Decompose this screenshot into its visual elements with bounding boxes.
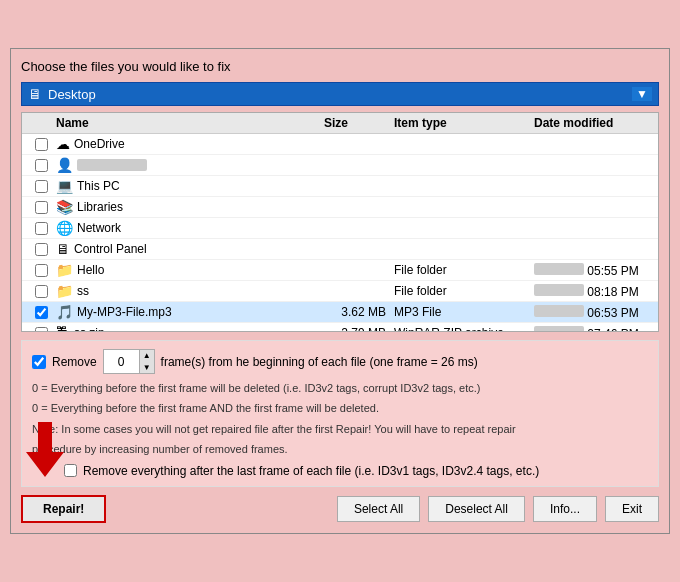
row-checkbox-cell[interactable] — [26, 138, 56, 151]
libraries-icon: 📚 — [56, 199, 73, 215]
deselect-all-button[interactable]: Deselect All — [428, 496, 525, 522]
row-name-cell: 💻This PC — [56, 178, 324, 194]
row-name: ss — [77, 284, 89, 298]
row-type: File folder — [394, 263, 534, 277]
controlpanel-icon: 🖥 — [56, 241, 70, 257]
remove-last-checkbox[interactable] — [64, 464, 77, 477]
info-line-1: 0 = Everything before the first frame wi… — [32, 380, 648, 397]
zip-icon: 🗜 — [56, 325, 70, 332]
row-checkbox[interactable] — [35, 306, 48, 319]
spin-down-button[interactable]: ▼ — [140, 362, 154, 373]
row-checkbox[interactable] — [35, 243, 48, 256]
row-name-cell: 👤 — [56, 157, 324, 173]
row-name: Libraries — [77, 200, 123, 214]
remove-label: Remove — [52, 355, 97, 369]
row-name-cell: 🎵My-MP3-File.mp3 — [56, 304, 324, 320]
row-date: 05:55 PM — [534, 263, 654, 278]
header-size: Size — [324, 116, 394, 130]
date-blurred — [534, 305, 584, 317]
row-type: File folder — [394, 284, 534, 298]
row-date: 06:53 PM — [534, 305, 654, 320]
red-arrow-icon — [26, 422, 64, 477]
row-name: Control Panel — [74, 242, 147, 256]
row-name-cell: 🌐Network — [56, 220, 324, 236]
header-name: Name — [56, 116, 324, 130]
table-row: 💻This PC — [22, 176, 658, 197]
row-name: Network — [77, 221, 121, 235]
row-checkbox-cell[interactable] — [26, 222, 56, 235]
header-check — [26, 116, 56, 130]
dialog-title: Choose the files you would like to fix — [21, 59, 659, 74]
info-line-2: 0 = Everything before the first frame AN… — [32, 400, 648, 417]
row-checkbox-cell[interactable] — [26, 180, 56, 193]
row-checkbox[interactable] — [35, 222, 48, 235]
file-list-header: Name Size Item type Date modified — [22, 113, 658, 134]
row-checkbox-cell[interactable] — [26, 243, 56, 256]
network-icon: 🌐 — [56, 220, 73, 236]
date-blurred — [534, 284, 584, 296]
row-checkbox[interactable] — [35, 201, 48, 214]
header-type: Item type — [394, 116, 534, 130]
thispc-icon: 💻 — [56, 178, 73, 194]
user-icon: 👤 — [56, 157, 73, 173]
table-row: 🎵My-MP3-File.mp3 3.62 MB MP3 File 06:53 … — [22, 302, 658, 323]
row-name-cell: 🖥Control Panel — [56, 241, 324, 257]
row-checkbox[interactable] — [35, 180, 48, 193]
row-checkbox[interactable] — [35, 327, 48, 333]
table-row: 📁Hello File folder 05:55 PM — [22, 260, 658, 281]
row-name-cell: 🗜ss.zip — [56, 325, 324, 332]
options-section: Remove ▲ ▼ frame(s) from he beginning of… — [21, 340, 659, 486]
row-name-cell: 📁ss — [56, 283, 324, 299]
select-all-button[interactable]: Select All — [337, 496, 420, 522]
table-row: 📚Libraries — [22, 197, 658, 218]
info-button[interactable]: Info... — [533, 496, 597, 522]
dialog: Choose the files you would like to fix 🖥… — [10, 48, 670, 533]
row-name: Hello — [77, 263, 104, 277]
row-type: WinRAR ZIP archive — [394, 326, 534, 332]
remove-row: Remove ▲ ▼ frame(s) from he beginning of… — [32, 349, 648, 373]
row-checkbox[interactable] — [35, 159, 48, 172]
location-text: Desktop — [48, 87, 632, 102]
location-bar: 🖥 Desktop ▼ — [21, 82, 659, 106]
date-blurred — [534, 263, 584, 275]
row-checkbox[interactable] — [35, 264, 48, 277]
table-row: 🖥Control Panel — [22, 239, 658, 260]
remove-suffix: frame(s) from he beginning of each file … — [161, 355, 478, 369]
row-name-cell: 📚Libraries — [56, 199, 324, 215]
row-name: ss.zip — [74, 326, 105, 332]
row-checkbox-cell[interactable] — [26, 327, 56, 333]
row-checkbox-cell[interactable] — [26, 306, 56, 319]
remove-last-label: Remove everything after the last frame o… — [83, 464, 539, 478]
folder-icon: 📁 — [56, 262, 73, 278]
table-row: 🌐Network — [22, 218, 658, 239]
info-line-3: Note: In some cases you will not get rep… — [32, 421, 648, 438]
header-date: Date modified — [534, 116, 654, 130]
bottom-buttons: Repair! Select All Deselect All Info... … — [21, 495, 659, 523]
row-name: OneDrive — [74, 137, 125, 151]
row-checkbox-cell[interactable] — [26, 201, 56, 214]
row-checkbox[interactable] — [35, 138, 48, 151]
row-checkbox[interactable] — [35, 285, 48, 298]
table-row: 📁ss File folder 08:18 PM — [22, 281, 658, 302]
exit-button[interactable]: Exit — [605, 496, 659, 522]
location-dropdown-button[interactable]: ▼ — [632, 87, 652, 101]
row-checkbox-cell[interactable] — [26, 159, 56, 172]
row-checkbox-cell[interactable] — [26, 264, 56, 277]
frame-count-input[interactable] — [104, 354, 139, 370]
spin-buttons: ▲ ▼ — [139, 350, 154, 372]
row-date: 08:18 PM — [534, 284, 654, 299]
row-name-cell: 📁Hello — [56, 262, 324, 278]
table-row: ☁OneDrive — [22, 134, 658, 155]
svg-marker-0 — [26, 422, 64, 477]
row-checkbox-cell[interactable] — [26, 285, 56, 298]
row-date: 07:46 PM — [534, 326, 654, 333]
onedrive-icon: ☁ — [56, 136, 70, 152]
file-list-container: Name Size Item type Date modified ☁OneDr… — [21, 112, 659, 332]
spin-input-container: ▲ ▼ — [103, 349, 155, 373]
repair-button[interactable]: Repair! — [21, 495, 106, 523]
remove-checkbox[interactable] — [32, 355, 46, 369]
row-name-cell: ☁OneDrive — [56, 136, 324, 152]
row-size: 3.62 MB — [324, 305, 394, 319]
spin-up-button[interactable]: ▲ — [140, 350, 154, 361]
date-blurred — [534, 326, 584, 333]
